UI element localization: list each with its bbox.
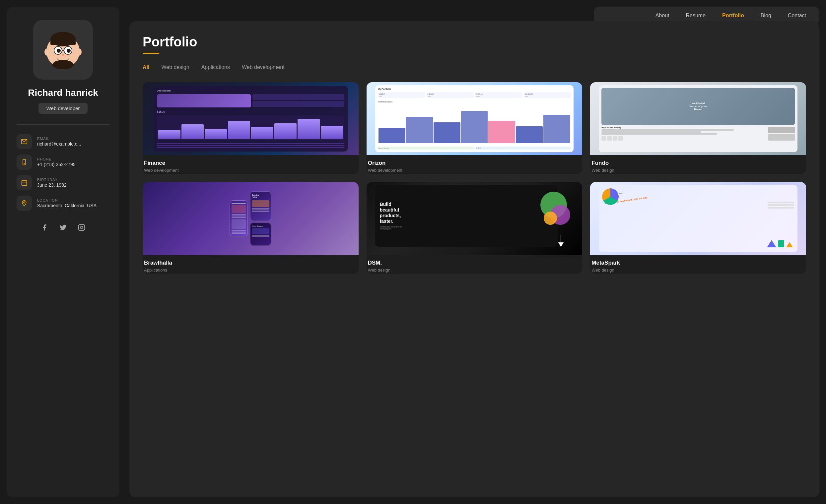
filter-all[interactable]: All [143,63,149,72]
contact-birthday: BIRTHDAY June 23, 1982 [16,175,110,190]
card-image-finance: Dashboard $1500 [143,82,359,155]
user-name: Richard hanrick [28,87,98,98]
location-icon [21,200,27,206]
card-info-metaspark: MetaSpark Web design [590,255,806,274]
filter-tabs: All Web design Applications Web developm… [143,63,806,72]
phone-icon-box [16,154,32,170]
portfolio-title: Portfolio [143,35,806,49]
card-image-brawlhalla: GamingHubs Active Streams [143,182,359,255]
portfolio-card-dsm[interactable]: Buildbeautifulproducts,faster. A profess… [366,182,583,274]
svg-rect-20 [79,225,84,231]
phone-icon [21,159,27,166]
svg-point-11 [76,48,81,56]
portfolio-card-fundo[interactable]: We'll buildhouse of yourDream What we ar… [590,82,806,174]
contact-location: LOCATION Sacramento, California, USA [16,196,110,211]
card-title-finance: Finance [144,160,357,167]
card-image-fundo: We'll buildhouse of yourDream What we ar… [590,82,806,155]
card-info-brawlhalla: Brawlhalla Applications [143,255,359,274]
card-category-metaspark: Web design [591,268,805,272]
email-icon [21,138,27,145]
calendar-icon-box [16,175,32,190]
card-title-dsm: DSM. [368,260,581,266]
card-info-orizon: Orizon Web development [366,155,583,174]
phone-label: PHONE [37,157,76,161]
nav-portfolio[interactable]: Portfolio [722,13,744,18]
nav-contact[interactable]: Contact [788,13,806,18]
birthday-label: BIRTHDAY [37,178,67,182]
card-title-metaspark: MetaSpark [591,260,805,266]
contact-phone: PHONE +1 (213) 352-2795 [16,154,110,170]
phone-value: +1 (213) 352-2795 [37,162,76,167]
card-category-dsm: Web design [368,268,581,272]
location-icon-box [16,196,32,211]
avatar-image [40,26,86,73]
card-category-brawlhalla: Applications [144,268,357,272]
card-image-orizon: My Portfolio 1,442.35Total 1,423.65Today… [366,82,583,155]
card-title-orizon: Orizon [368,160,581,167]
svg-point-14 [24,164,24,164]
instagram-icon[interactable] [76,222,87,234]
twitter-icon[interactable] [57,222,69,234]
card-title-brawlhalla: Brawlhalla [144,260,357,266]
card-image-dsm: Buildbeautifulproducts,faster. A profess… [366,182,583,255]
svg-point-19 [23,202,25,203]
nav-about[interactable]: About [655,13,669,18]
card-category-finance: Web development [144,168,357,173]
main-content: About Resume Portfolio Blog Contact Port… [126,0,826,504]
card-info-finance: Finance Web development [143,155,359,174]
svg-rect-2 [50,39,76,45]
svg-rect-15 [22,180,27,185]
svg-point-5 [57,49,61,53]
card-info-fundo: Fundo Web design [590,155,806,174]
contact-list: EMAIL richard@example.c... PHONE +1 (213… [16,134,110,211]
location-label: LOCATION [37,198,97,202]
portfolio-grid: Dashboard $1500 [143,82,806,274]
portfolio-card-brawlhalla[interactable]: GamingHubs Active Streams [143,182,359,274]
location-value: Sacramento, California, USA [37,203,97,208]
sidebar: Richard hanrick Web developer EMAIL rich… [7,7,119,497]
svg-point-8 [62,54,64,56]
metaspark-donut [602,188,619,205]
svg-point-6 [67,49,71,53]
social-row [39,222,87,234]
filter-webdesign[interactable]: Web design [161,63,189,72]
title-underline [143,53,159,54]
card-category-fundo: Web design [591,168,805,173]
divider [16,124,110,125]
calendar-icon [21,179,27,186]
nav-resume[interactable]: Resume [686,13,706,18]
email-value: richard@example.c... [37,141,81,146]
email-label: EMAIL [37,137,81,141]
birthday-value: June 23, 1982 [37,182,67,188]
contact-email: EMAIL richard@example.c... [16,134,110,149]
card-category-orizon: Web development [368,168,581,173]
portfolio-card-finance[interactable]: Dashboard $1500 [143,82,359,174]
card-title-fundo: Fundo [591,160,805,167]
card-info-dsm: DSM. Web design [366,255,583,274]
filter-applications[interactable]: Applications [201,63,230,72]
facebook-icon[interactable] [39,222,50,234]
avatar [33,20,93,79]
email-icon-box [16,134,32,149]
nav-blog[interactable]: Blog [761,13,771,18]
portfolio-section: Portfolio All Web design Applications We… [129,21,819,497]
user-role: Web developer [39,103,88,114]
card-image-metaspark: Performance evaluations, with the bias D… [590,182,806,255]
portfolio-card-orizon[interactable]: My Portfolio 1,442.35Total 1,423.65Today… [366,82,583,174]
svg-point-9 [52,60,74,69]
portfolio-card-metaspark[interactable]: Performance evaluations, with the bias D… [590,182,806,274]
svg-point-10 [45,48,50,56]
filter-webdev[interactable]: Web development [242,63,285,72]
